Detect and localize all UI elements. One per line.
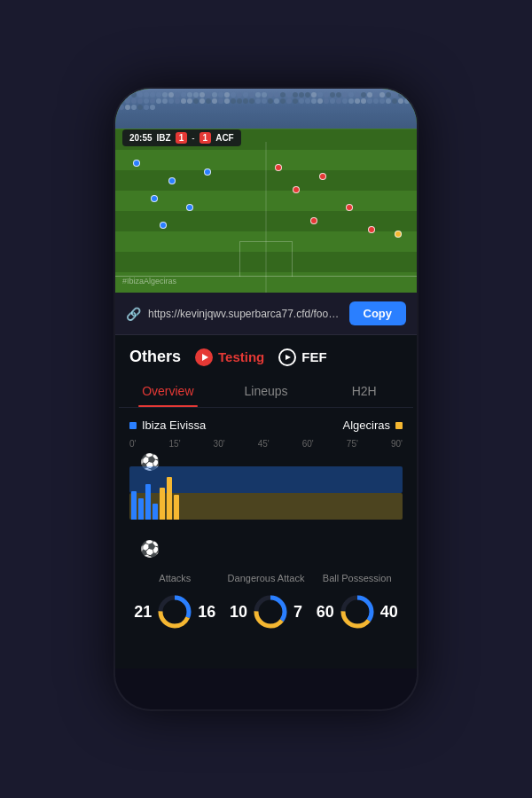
teams-row: Ibiza Eivissa Algeciras	[115, 408, 417, 435]
bar-blue	[145, 484, 151, 520]
player-dot	[160, 222, 167, 229]
bar-blue	[138, 498, 144, 520]
tab-overview[interactable]: Overview	[119, 375, 217, 407]
stats-values: 21 16 10 7	[129, 592, 403, 631]
timeline: 0' 15' 30' 45' 60' 75' 90' ⚽	[115, 435, 417, 559]
possession-donut	[338, 592, 377, 631]
bar-blue	[153, 504, 158, 520]
video-section: 20:55 IBZ 1 - 1 ACF #IbizaAlgeciras	[115, 89, 417, 293]
stat-dangerous-label: Dangerous Attack	[221, 573, 312, 583]
source-testing-label: Testing	[218, 349, 264, 364]
possession-left-value: 60	[317, 603, 334, 622]
score-home: 1	[176, 132, 188, 144]
bar-yellow	[167, 477, 172, 520]
link-icon: 🔗	[126, 307, 141, 321]
player-dot	[151, 195, 158, 202]
player-dot	[293, 186, 300, 193]
phone-frame: 20:55 IBZ 1 - 1 ACF #IbizaAlgeciras 🔗 ht…	[115, 89, 417, 709]
possession-right-value: 40	[380, 603, 398, 622]
bar-blue	[131, 491, 137, 520]
stat-attacks-label: Attacks	[129, 573, 221, 583]
source-testing-button[interactable]: Testing	[195, 348, 264, 366]
team-home-indicator	[129, 422, 137, 429]
source-fef-label: FEF	[301, 349, 326, 364]
attacks-right-value: 16	[198, 603, 215, 622]
team-away: Algeciras	[343, 419, 403, 432]
url-text: https://kevinjqwv.superbarca77.cfd/footb…	[148, 308, 342, 320]
timeline-labels: 0' 15' 30' 45' 60' 75' 90'	[129, 439, 403, 449]
team-away-abbr: ACF	[215, 133, 234, 143]
attacks-left-value: 21	[134, 603, 152, 622]
ball-bottom-icon: ⚽	[140, 539, 160, 559]
timeline-bars	[129, 466, 179, 520]
watermark: #IbizaAlgeciras	[122, 277, 176, 286]
bottom-fade	[115, 642, 417, 669]
stat-dangerous: 10 7	[221, 592, 312, 631]
match-time: 20:55	[129, 133, 153, 143]
tab-h2h[interactable]: H2H	[315, 375, 413, 407]
stat-attacks: 21 16	[129, 592, 221, 631]
player-dot	[346, 204, 353, 211]
team-away-indicator	[395, 422, 403, 429]
attacks-donut	[155, 592, 194, 631]
team-home-name: Ibiza Eivissa	[142, 419, 206, 432]
dangerous-left-value: 10	[230, 603, 247, 622]
player-dot	[310, 217, 317, 224]
fef-play-icon	[278, 348, 296, 366]
player-dot	[319, 173, 326, 180]
source-fef-button[interactable]: FEF	[278, 348, 326, 366]
source-tabs: Others Testing FEF	[115, 335, 417, 375]
team-home-abbr: IBZ	[157, 133, 171, 143]
stats-section: Attacks Dangerous Attack Ball Possession…	[115, 559, 417, 642]
player-dot	[168, 177, 176, 184]
score-away: 1	[200, 132, 212, 144]
dangerous-donut	[251, 592, 290, 631]
bar-yellow	[174, 495, 179, 520]
tab-lineups[interactable]: Lineups	[217, 375, 316, 407]
testing-play-icon	[195, 348, 213, 366]
player-dot	[395, 231, 402, 238]
url-bar: 🔗 https://kevinjqwv.superbarca77.cfd/foo…	[115, 293, 417, 335]
bar-yellow	[160, 488, 165, 520]
stat-possession-label: Ball Possession	[311, 573, 403, 583]
nav-tabs: Overview Lineups H2H	[119, 375, 413, 408]
dangerous-right-value: 7	[293, 603, 302, 622]
source-others-label: Others	[129, 348, 181, 366]
player-dot	[275, 164, 282, 171]
player-dot	[133, 160, 140, 167]
player-dot	[368, 226, 375, 233]
copy-button[interactable]: Copy	[349, 301, 407, 325]
main-content: Others Testing FEF Overview Lineups H2H	[115, 335, 417, 669]
player-dot	[186, 204, 193, 211]
player-dot	[204, 168, 211, 176]
team-home: Ibiza Eivissa	[129, 419, 206, 432]
timeline-chart: ⚽ ⚽	[129, 452, 403, 559]
stat-possession: 60 40	[311, 592, 403, 631]
team-away-name: Algeciras	[343, 419, 390, 432]
score-overlay: 20:55 IBZ 1 - 1 ACF	[122, 129, 241, 146]
stats-labels: Attacks Dangerous Attack Ball Possession	[129, 573, 403, 583]
